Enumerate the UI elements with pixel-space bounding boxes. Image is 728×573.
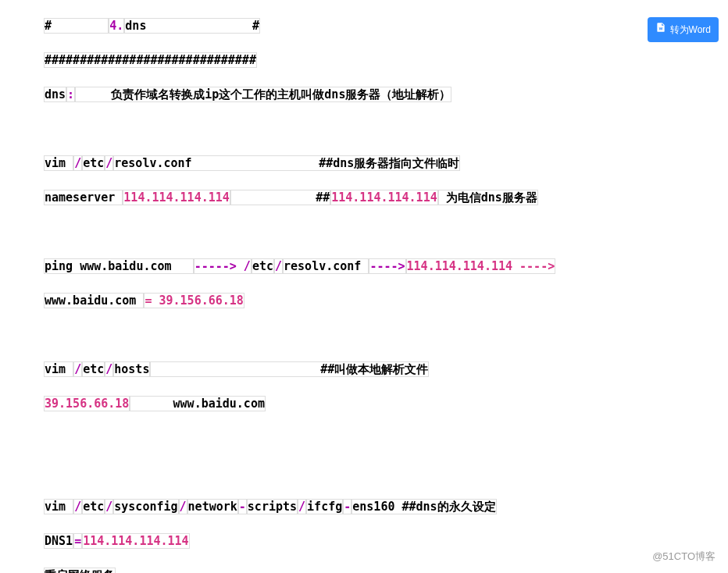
blank-line (44, 464, 676, 481)
watermark: @51CTO博客 (652, 548, 716, 565)
code-line: # 4.dns # (44, 17, 676, 34)
code-line: vim /etc/resolv.conf ##dns服务器指向文件临时 (44, 155, 676, 172)
code-line: ping www.baidu.com -----> /etc/resolv.co… (44, 258, 676, 275)
code-line: 重启网络服务 (44, 567, 676, 573)
blank-line (44, 326, 676, 343)
code-line: nameserver 114.114.114.114 ##114.114.114… (44, 189, 676, 206)
page: 转为Word # 4.dns # #######################… (0, 0, 728, 573)
blank-line (44, 429, 676, 447)
code-line: vim /etc/hosts ##叫做本地解析文件 (44, 361, 676, 378)
code-line: www.baidu.com = 39.156.66.18 (44, 292, 676, 309)
code-block: # 4.dns # ##############################… (44, 0, 676, 573)
blank-line (44, 120, 676, 137)
code-line: vim /etc/sysconfig/network-scripts/ifcfg… (44, 498, 676, 515)
code-line: 39.156.66.18 www.baidu.com (44, 395, 676, 412)
code-line: dns: 负责作域名转换成ip这个工作的主机叫做dns服务器（地址解析） (44, 86, 676, 103)
code-line: DNS1=114.114.114.114 (44, 532, 676, 550)
code-line: ############################## (44, 52, 676, 69)
blank-line (44, 223, 676, 240)
